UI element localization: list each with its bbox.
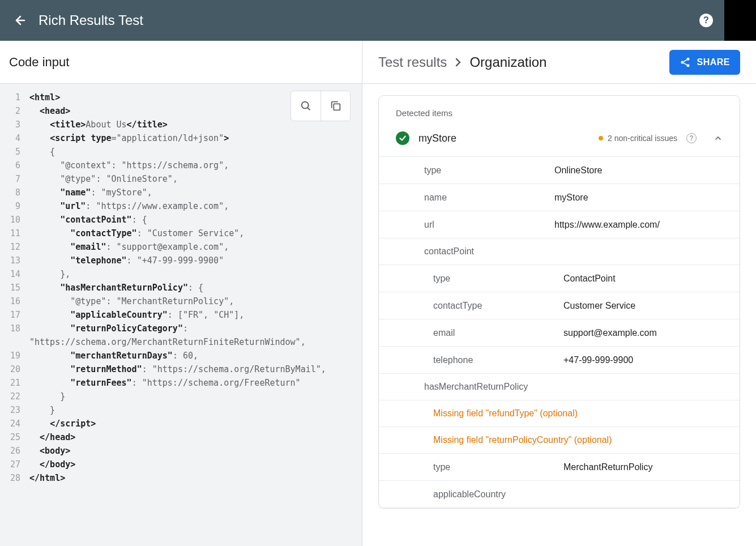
copy-icon — [330, 100, 342, 112]
breadcrumb: Test results Organization — [378, 54, 669, 70]
property-key: email — [433, 328, 563, 338]
property-value: myStore — [554, 193, 723, 203]
code-panel: Code input 12345678910111213141516171819… — [0, 41, 362, 546]
property-value: support@example.com — [563, 328, 723, 338]
results-body[interactable]: Detected items myStore 2 non-critical is… — [362, 84, 756, 546]
property-key: telephone — [433, 355, 563, 365]
issues-text: 2 non-critical issues — [608, 134, 677, 143]
property-key: type — [424, 165, 554, 176]
property-row[interactable]: contactTypeCustomer Service — [379, 292, 740, 319]
main: Code input 12345678910111213141516171819… — [0, 41, 756, 546]
property-row[interactable]: applicableCountry — [379, 481, 740, 508]
search-icon — [300, 100, 312, 112]
property-section[interactable]: hasMerchantReturnPolicy — [379, 374, 740, 400]
svg-point-5 — [687, 64, 690, 67]
property-row[interactable]: urlhttps://www.example.com/ — [379, 211, 740, 238]
detected-items-label: Detected items — [379, 96, 740, 126]
property-value: +47-99-999-9900 — [563, 355, 723, 365]
arrow-left-icon — [14, 14, 27, 27]
property-row[interactable]: telephone+47-99-999-9900 — [379, 347, 740, 374]
property-row[interactable]: emailsupport@example.com — [379, 319, 740, 347]
share-icon — [680, 57, 691, 68]
back-button[interactable] — [9, 9, 32, 32]
warning-row[interactable]: Missing field "returnPolicyCountry" (opt… — [379, 427, 740, 454]
property-value: ContactPoint — [563, 274, 723, 284]
code-toolbar — [291, 91, 351, 121]
warning-row[interactable]: Missing field "refundType" (optional) — [379, 400, 740, 427]
results-panel: Test results Organization SHARE Detected… — [362, 41, 756, 546]
detected-items-card: Detected items myStore 2 non-critical is… — [378, 95, 740, 509]
code-content[interactable]: <html> <head> <title>About Us</title> <s… — [25, 84, 362, 546]
property-key: name — [424, 193, 554, 203]
search-button[interactable] — [291, 91, 321, 121]
property-value: https://www.example.com/ — [554, 220, 723, 230]
svg-rect-2 — [334, 104, 340, 110]
share-button[interactable]: SHARE — [669, 50, 740, 75]
svg-point-0 — [302, 102, 309, 109]
property-row[interactable]: typeMerchantReturnPolicy — [379, 454, 740, 481]
chevron-up-icon[interactable] — [714, 134, 723, 143]
code-editor[interactable]: 1234567891011121314151617181920212223242… — [0, 84, 362, 546]
help-inline-icon[interactable]: ? — [686, 133, 697, 143]
property-row[interactable]: typeOnlineStore — [379, 157, 740, 184]
property-row[interactable]: typeContactPoint — [379, 265, 740, 292]
property-key: contactType — [433, 301, 563, 311]
share-label: SHARE — [697, 57, 730, 67]
results-header: Test results Organization SHARE — [362, 41, 756, 84]
svg-point-3 — [687, 57, 690, 60]
warning-dot-icon — [599, 136, 603, 140]
property-key: type — [433, 462, 563, 472]
property-key: applicableCountry — [433, 489, 563, 500]
svg-point-4 — [681, 61, 684, 63]
page-title: Rich Results Test — [39, 12, 695, 28]
detected-item-header[interactable]: myStore 2 non-critical issues ? — [379, 126, 740, 157]
property-value: MerchantReturnPolicy — [563, 462, 723, 472]
check-icon — [396, 131, 409, 145]
detected-item-name: myStore — [418, 133, 590, 144]
property-section[interactable]: contactPoint — [379, 238, 740, 265]
help-button[interactable]: ? — [695, 9, 717, 32]
copy-button[interactable] — [321, 91, 350, 121]
black-strip — [724, 0, 756, 41]
property-table: typeOnlineStorenamemyStoreurlhttps://www… — [379, 157, 740, 508]
breadcrumb-current: Organization — [469, 54, 546, 70]
chevron-right-icon — [455, 57, 462, 67]
help-icon: ? — [699, 14, 713, 27]
property-key: type — [433, 274, 563, 284]
svg-line-1 — [307, 108, 310, 110]
app-header: Rich Results Test ? — [0, 0, 756, 41]
property-value: OnlineStore — [554, 165, 723, 176]
code-panel-title: Code input — [0, 41, 362, 84]
breadcrumb-root[interactable]: Test results — [378, 54, 447, 70]
property-value: Customer Service — [563, 301, 723, 311]
issues-badge: 2 non-critical issues — [599, 134, 677, 143]
property-row[interactable]: namemyStore — [379, 184, 740, 211]
line-gutter: 1234567891011121314151617181920212223242… — [0, 84, 25, 546]
property-key: url — [424, 220, 554, 230]
